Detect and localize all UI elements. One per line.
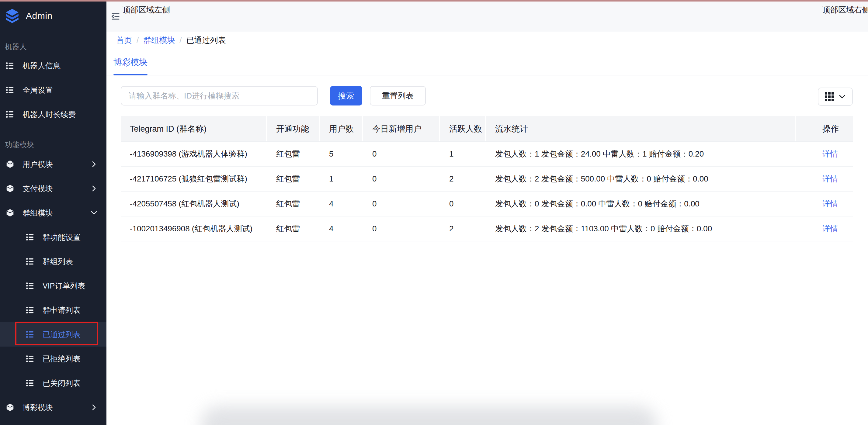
breadcrumb-separator: / xyxy=(180,36,182,45)
search-input[interactable] xyxy=(121,86,318,105)
app-title: Admin xyxy=(26,11,53,21)
top-border-line xyxy=(0,0,868,2)
cell-user-count: 5 xyxy=(320,142,363,166)
sidebar-item-closed-list[interactable]: 已关闭列表 xyxy=(0,371,106,395)
list-icon xyxy=(5,110,14,119)
column-header-feature: 开通功能 xyxy=(267,116,320,141)
cell-new-users-today: 0 xyxy=(363,217,440,241)
chevron-down-icon xyxy=(838,93,846,101)
cube-icon xyxy=(5,403,14,412)
topbar: 顶部区域左侧 顶部区域右侧 xyxy=(106,0,868,32)
cell-user-count: 1 xyxy=(320,167,363,191)
sidebar-item-lottery-module[interactable]: 博彩模块 xyxy=(0,395,106,420)
sidebar-item-label: 群组模块 xyxy=(23,208,53,218)
sidebar-item-user-module[interactable]: 用户模块 xyxy=(0,152,106,176)
cell-new-users-today: 0 xyxy=(363,192,440,216)
cell-new-users-today: 0 xyxy=(363,142,440,166)
sidebar-item-label: 支付模块 xyxy=(23,184,53,194)
breadcrumb-group-module[interactable]: 群组模块 xyxy=(143,35,175,45)
cell-active-users: 0 xyxy=(440,192,486,216)
cell-active-users: 2 xyxy=(440,217,486,241)
sidebar-item-label: 群功能设置 xyxy=(42,232,81,242)
sidebar-item-group-module[interactable]: 群组模块 xyxy=(0,201,106,225)
chevron-right-icon xyxy=(90,185,98,192)
sidebar-item-global-settings[interactable]: 全局设置 xyxy=(0,78,106,102)
sidebar-item-robot-info[interactable]: 机器人信息 xyxy=(0,54,106,78)
column-header-telegram-id: Telegram ID (群名称) xyxy=(121,116,267,141)
detail-link[interactable]: 详情 xyxy=(823,149,838,159)
sidebar-item-label: 全局设置 xyxy=(23,85,53,95)
search-button[interactable]: 搜索 xyxy=(330,86,362,105)
cell-telegram-id: -1002013496908 (红包机器人测试) xyxy=(121,217,267,241)
breadcrumb-home[interactable]: 首页 xyxy=(116,35,132,45)
reset-list-button[interactable]: 重置列表 xyxy=(370,86,426,105)
sidebar-section-robot: 机器人 xyxy=(0,32,106,54)
sidebar-item-robot-renewal[interactable]: 机器人时长续费 xyxy=(0,102,106,127)
cell-feature: 红包雷 xyxy=(267,217,320,241)
column-header-active-users: 活跃人数 xyxy=(440,116,486,141)
cell-telegram-id: -4217106725 (孤狼红包雷测试群) xyxy=(121,167,267,191)
cell-user-count: 4 xyxy=(320,217,363,241)
sidebar-item-label: 用户模块 xyxy=(23,159,53,169)
sidebar-item-label: 已通过列表 xyxy=(42,330,81,339)
list-icon xyxy=(26,379,35,388)
cell-user-count: 4 xyxy=(320,192,363,216)
cell-new-users-today: 0 xyxy=(363,167,440,191)
list-icon xyxy=(26,330,35,339)
sidebar-item-approved-list[interactable]: 已通过列表 xyxy=(0,322,106,347)
sidebar-item-label: 群组列表 xyxy=(42,257,73,267)
breadcrumb-current: 已通过列表 xyxy=(186,35,226,45)
app-logo: Admin xyxy=(0,0,106,32)
column-settings-button[interactable] xyxy=(818,88,853,106)
chevron-down-icon xyxy=(90,209,98,217)
breadcrumb: 首页 / 群组模块 / 已通过列表 xyxy=(106,32,868,49)
content: 搜索 重置列表 Telegram ID (群名称) 开通功能 用户数 今日新 xyxy=(106,86,868,241)
data-table: Telegram ID (群名称) 开通功能 用户数 今日新增用户 活跃人数 流… xyxy=(121,116,853,241)
admin-page: Admin 机器人 机器人信息 全局设置 机器人时长续费 功能模块 用户模块 xyxy=(0,0,868,425)
detail-link[interactable]: 详情 xyxy=(823,173,838,184)
cell-feature: 红包雷 xyxy=(267,167,320,191)
sidebar-item-payment-module[interactable]: 支付模块 xyxy=(0,176,106,201)
list-icon xyxy=(26,281,35,290)
cell-turnover-stats: 发包人数：2 发包金额：1103.00 中雷人数：0 赔付金额：0.00 xyxy=(486,217,796,241)
table-header: Telegram ID (群名称) 开通功能 用户数 今日新增用户 活跃人数 流… xyxy=(121,116,853,142)
topbar-right-title: 顶部区域右侧 xyxy=(823,5,868,15)
cell-active-users: 1 xyxy=(440,142,486,166)
table-row: -1002013496908 (红包机器人测试) 红包雷 4 0 2 发包人数：… xyxy=(121,217,853,241)
list-icon xyxy=(26,305,35,315)
detail-link[interactable]: 详情 xyxy=(823,198,838,209)
table-row: -4136909398 (游戏机器人体验群) 红包雷 5 0 1 发包人数：1 … xyxy=(121,142,853,167)
sidebar-section-function-modules: 功能模块 xyxy=(0,127,106,152)
toolbar: 搜索 重置列表 xyxy=(121,86,853,105)
list-icon xyxy=(26,233,35,242)
cube-icon xyxy=(5,184,14,193)
sidebar-item-vip-order-list[interactable]: VIP订单列表 xyxy=(0,273,106,298)
column-header-turnover-stats: 流水统计 xyxy=(486,116,796,141)
cell-active-users: 2 xyxy=(440,167,486,191)
sidebar-item-label: 博彩模块 xyxy=(23,402,53,413)
sidebar-item-label: 群申请列表 xyxy=(42,305,81,315)
detail-link[interactable]: 详情 xyxy=(823,223,838,234)
logo-icon xyxy=(5,8,20,24)
column-header-user-count: 用户数 xyxy=(320,116,363,141)
cube-icon xyxy=(5,208,14,217)
menu-fold-icon[interactable] xyxy=(111,11,121,22)
cell-telegram-id: -4205507458 (红包机器人测试) xyxy=(121,192,267,216)
sidebar-item-label: 机器人时长续费 xyxy=(23,109,76,120)
sidebar-item-group-function-settings[interactable]: 群功能设置 xyxy=(0,225,106,249)
sidebar-item-group-list[interactable]: 群组列表 xyxy=(0,249,106,273)
grid-icon xyxy=(825,92,834,101)
topbar-left-title: 顶部区域左侧 xyxy=(123,5,170,15)
list-icon xyxy=(26,257,35,266)
sidebar-item-label: VIP订单列表 xyxy=(42,281,85,291)
cell-turnover-stats: 发包人数：1 发包金额：24.00 中雷人数：1 赔付金额：0.20 xyxy=(486,142,796,166)
tab-lottery-module[interactable]: 博彩模块 xyxy=(114,49,148,75)
sidebar-item-group-apply-list[interactable]: 群申请列表 xyxy=(0,298,106,322)
sidebar: Admin 机器人 机器人信息 全局设置 机器人时长续费 功能模块 用户模块 xyxy=(0,0,106,425)
chevron-right-icon xyxy=(90,403,98,411)
table-row: -4205507458 (红包机器人测试) 红包雷 4 0 0 发包人数：0 发… xyxy=(121,192,853,217)
cube-icon xyxy=(5,160,14,169)
sidebar-item-rejected-list[interactable]: 已拒绝列表 xyxy=(0,347,106,371)
sidebar-item-label: 已关闭列表 xyxy=(42,378,81,388)
cell-telegram-id: -4136909398 (游戏机器人体验群) xyxy=(121,142,267,166)
